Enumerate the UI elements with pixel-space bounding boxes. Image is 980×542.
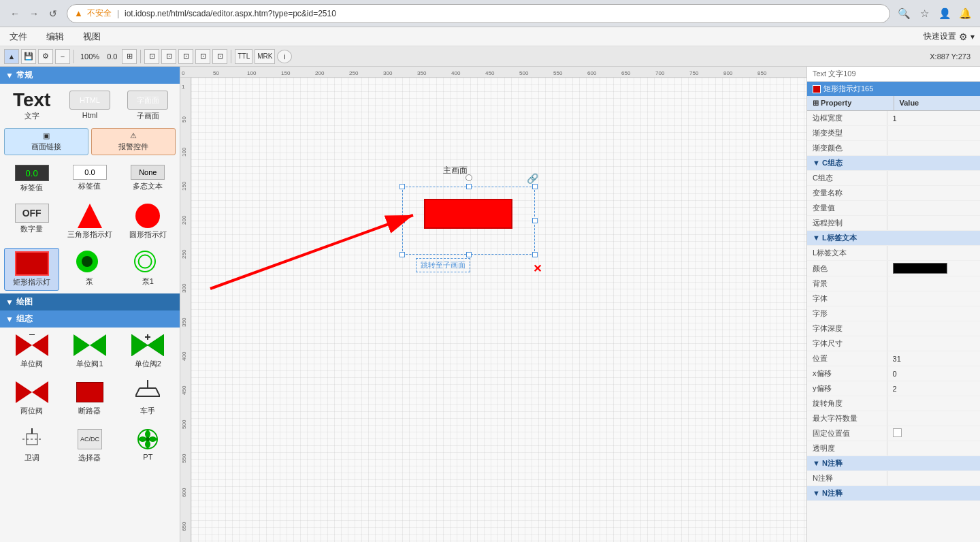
- section-header-normal[interactable]: ▼ 常规: [0, 67, 180, 84]
- svg-text:300: 300: [383, 70, 393, 76]
- cursor-tool[interactable]: ▲: [4, 49, 19, 64]
- forward-button[interactable]: →: [26, 5, 42, 22]
- search-button[interactable]: 🔍: [896, 5, 912, 22]
- comp-triangle[interactable]: 三角形指示灯: [62, 201, 117, 242]
- align-btn4[interactable]: ⊡: [195, 49, 210, 64]
- ruler-left: 1 50 100 150 200 250 300 350 400 450 500…: [180, 78, 191, 542]
- handle-bl[interactable]: [399, 252, 405, 257]
- settings-button[interactable]: ⚙: [38, 49, 53, 64]
- svg-marker-0: [16, 334, 32, 356]
- comp-num-display[interactable]: 0.0 标签值: [4, 162, 59, 195]
- comp-valve1-2[interactable]: 单位阀2: [120, 330, 176, 372]
- menu-file[interactable]: 文件: [5, 29, 31, 44]
- comp-text[interactable]: Text 文字: [4, 88, 59, 124]
- comp-pump[interactable]: 泵: [62, 248, 117, 291]
- valve1-icon: [16, 333, 48, 357]
- selected-element-container[interactable]: 🔗 跳转至子画面 ✕: [402, 187, 535, 255]
- align-btn1[interactable]: ⊡: [144, 49, 159, 64]
- save-button[interactable]: 💾: [21, 49, 36, 64]
- prop-row: 渐变颜色: [807, 141, 980, 156]
- valve2-icon: [16, 380, 48, 404]
- prop-value: [887, 396, 980, 411]
- canvas-content[interactable]: 主画面 🔗: [191, 78, 806, 542]
- comp-rect-indicator[interactable]: 矩形指示灯: [4, 248, 59, 291]
- prop-value[interactable]: 0: [887, 366, 980, 381]
- comp-fan[interactable]: PT: [120, 424, 176, 466]
- coordinates: X:887 Y:273: [924, 52, 976, 61]
- reload-button[interactable]: ↺: [45, 5, 61, 22]
- prop-value[interactable]: [887, 426, 980, 441]
- comp-ac-dc[interactable]: AC/DC 选择器: [62, 424, 117, 466]
- prop-value: [887, 321, 980, 336]
- bookmark-button[interactable]: ☆: [916, 5, 932, 22]
- canvas-area[interactable]: 0 50 100 150 200 250 300 350 400 450 500…: [180, 67, 806, 542]
- comp-multi-text[interactable]: None 多态文本: [120, 162, 176, 195]
- account-button[interactable]: 👤: [936, 5, 953, 22]
- prop-value[interactable]: 31: [887, 351, 980, 366]
- align-btn3[interactable]: ⊡: [178, 49, 193, 64]
- comp-valve1-1[interactable]: 单位阀1: [62, 330, 117, 372]
- handle-br[interactable]: [532, 252, 538, 257]
- quick-settings[interactable]: 快速设置 ⚙ ▾: [924, 31, 975, 42]
- pump1-label: 泵1: [142, 276, 154, 287]
- prop-value[interactable]: [887, 261, 980, 276]
- back-button[interactable]: ←: [7, 5, 23, 22]
- grid-button[interactable]: ⊞: [122, 49, 137, 64]
- info-button[interactable]: i: [277, 50, 292, 63]
- handle-tm[interactable]: [466, 184, 472, 189]
- prop-name: 位置: [807, 351, 887, 366]
- comp-num-input[interactable]: 标签值: [62, 162, 117, 195]
- menu-view[interactable]: 视图: [79, 29, 105, 44]
- alert-btn[interactable]: ⚠ 报警控件: [91, 128, 176, 155]
- comp-circle[interactable]: 圆形指示灯: [120, 201, 176, 242]
- comp-pump1[interactable]: 泵1: [120, 248, 176, 291]
- delete-icon[interactable]: ✕: [533, 262, 542, 275]
- align-btn5[interactable]: ⊡: [212, 49, 227, 64]
- section-header-drawing[interactable]: ▼ 绘图: [0, 293, 180, 310]
- fixed-position-checkbox[interactable]: [893, 428, 902, 437]
- rotation-handle[interactable]: [466, 174, 472, 181]
- comp-valve2[interactable]: 两位阀: [4, 377, 59, 419]
- expand-icon-drawing: ▼: [5, 298, 14, 307]
- face-link-btn[interactable]: ▣ 画面链接: [4, 128, 88, 155]
- pump-label: 泵: [86, 276, 93, 287]
- handle-mr[interactable]: [532, 218, 538, 223]
- handle-bm[interactable]: [466, 252, 472, 257]
- comp-off[interactable]: OFF 数字量: [4, 201, 59, 242]
- svg-text:200: 200: [181, 215, 187, 225]
- multi-text-icon: None: [131, 165, 165, 180]
- comp-breaker[interactable]: 断路器: [62, 377, 117, 419]
- comp-valve1[interactable]: 单位阀: [4, 330, 59, 372]
- comp-car[interactable]: 车手: [120, 377, 176, 419]
- sep2: [140, 50, 141, 63]
- alert-label: 报警控件: [96, 142, 171, 152]
- canvas-red-rect[interactable]: [424, 199, 512, 229]
- prop-value[interactable]: 1: [887, 111, 980, 126]
- zf-btn-icon: 字面面: [127, 91, 168, 110]
- handle-tl[interactable]: [399, 184, 405, 189]
- address-bar[interactable]: ▲ 不安全 | iot.idosp.net/html/scada/editor.…: [67, 4, 890, 23]
- props-section-L标签文本[interactable]: ▼ L标签文本: [807, 231, 980, 246]
- prop-name: 字体: [807, 291, 887, 306]
- handle-ml[interactable]: [399, 218, 405, 223]
- num-input-field[interactable]: [73, 165, 107, 180]
- mrk-btn[interactable]: MRK: [255, 49, 275, 64]
- props-section-N注释[interactable]: ▼ N注释: [807, 456, 980, 471]
- align-btn2[interactable]: ⊡: [161, 49, 176, 64]
- section-header-state[interactable]: ▼ 组态: [0, 310, 180, 328]
- minus-button[interactable]: −: [55, 49, 70, 64]
- prop-value: [887, 186, 980, 201]
- comp-zf[interactable]: 字面面 子画面: [120, 88, 176, 124]
- color-swatch[interactable]: [893, 263, 947, 274]
- menu-edit[interactable]: 编辑: [42, 29, 68, 44]
- face-link-label: 画面链接: [9, 142, 84, 152]
- props-section-n-comment[interactable]: ▼ N注释: [807, 486, 980, 501]
- handle-tr[interactable]: [532, 184, 538, 189]
- ttl-btn[interactable]: TTL: [235, 49, 252, 64]
- prop-value[interactable]: 2: [887, 381, 980, 396]
- comp-meter[interactable]: 卫调: [4, 424, 59, 466]
- prop-row: 旋转角度: [807, 396, 980, 411]
- props-section-C组态[interactable]: ▼ C组态: [807, 156, 980, 171]
- notifications-button[interactable]: 🔔: [957, 5, 973, 22]
- comp-html[interactable]: HTML Html: [62, 88, 117, 124]
